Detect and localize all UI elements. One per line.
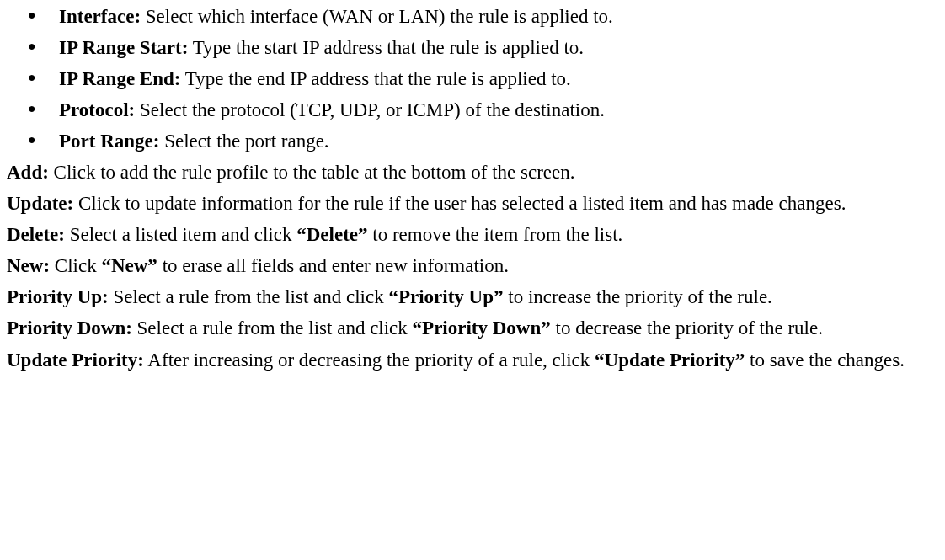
para-pre: Click [50,255,101,276]
bullet-interface: Interface: Select which interface (WAN o… [7,3,926,29]
para-update-priority: Update Priority: After increasing or dec… [7,347,926,373]
para-priority-down: Priority Down: Select a rule from the li… [7,315,926,341]
para-bold: “Priority Up” [388,286,503,307]
para-priority-up: Priority Up: Select a rule from the list… [7,284,926,310]
para-post: to save the changes. [745,349,905,371]
para-bold: “New” [101,255,157,276]
para-label: Priority Down: [7,317,132,339]
bullet-desc: Select the protocol (TCP, UDP, or ICMP) … [135,99,605,120]
para-label: Priority Up: [7,286,109,307]
para-label: Update Priority: [7,349,144,371]
bullet-ip-range-start: IP Range Start: Type the start IP addres… [7,35,926,61]
bullet-label: Protocol: [59,99,135,120]
para-bold: “Delete” [296,224,367,245]
bullet-desc: Type the end IP address that the rule is… [180,68,570,89]
para-add: Add: Click to add the rule profile to th… [7,159,926,185]
para-pre: Select a rule from the list and click [109,286,389,307]
bullet-label: IP Range End: [59,68,180,89]
para-pre: Select a rule from the list and click [132,317,413,339]
para-bold: “Update Priority” [595,349,745,371]
para-label: Add: [7,162,49,183]
para-desc: Click to add the rule profile to the tab… [49,162,575,183]
para-label: New: [7,255,50,276]
bullet-port-range: Port Range: Select the port range. [7,128,926,154]
para-post: to erase all fields and enter new inform… [158,255,509,276]
para-pre: After increasing or decreasing the prior… [144,349,595,371]
para-post: to decrease the priority of the rule. [551,317,823,339]
bullet-label: Port Range: [59,131,159,152]
para-post: to remove the item from the list. [368,224,623,245]
bullet-label: Interface: [59,6,141,27]
para-bold: “Priority Down” [413,317,551,339]
para-desc: Click to update information for the rule… [73,193,846,214]
bullet-label: IP Range Start: [59,37,188,58]
bullet-desc: Select which interface (WAN or LAN) the … [141,6,613,27]
field-list: Interface: Select which interface (WAN o… [7,3,926,154]
para-update: Update: Click to update information for … [7,190,926,216]
para-post: to increase the priority of the rule. [504,286,772,307]
para-delete: Delete: Select a listed item and click “… [7,221,926,248]
bullet-ip-range-end: IP Range End: Type the end IP address th… [7,66,926,92]
para-label: Update: [7,193,73,214]
bullet-desc: Type the start IP address that the rule … [188,37,584,58]
bullet-protocol: Protocol: Select the protocol (TCP, UDP,… [7,97,926,123]
para-pre: Select a listed item and click [65,224,296,245]
bullet-desc: Select the port range. [159,131,328,152]
para-new: New: Click “New” to erase all fields and… [7,253,926,279]
para-label: Delete: [7,224,65,245]
